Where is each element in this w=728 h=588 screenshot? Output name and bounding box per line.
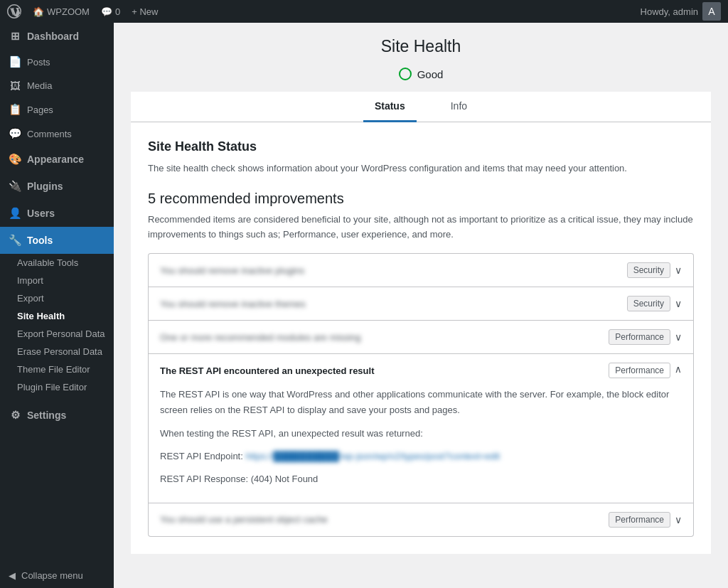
performance-badge-1: Performance (609, 329, 670, 345)
health-item-rest-api-badge: Performance ∨ (609, 363, 682, 378)
sidebar-sub-export[interactable]: Export (0, 289, 114, 307)
health-item-rest-api-header[interactable]: The REST API encountered an unexpected r… (160, 363, 682, 378)
sidebar-item-settings[interactable]: ⚙ Settings (0, 402, 114, 429)
security-badge-2: Security (627, 296, 670, 311)
chevron-down-icon-3[interactable]: ∨ (675, 331, 682, 343)
sidebar-item-media[interactable]: 🖼 Media (0, 74, 114, 97)
page-title: Site Health (131, 37, 711, 56)
sidebar-sub-theme-file-editor[interactable]: Theme File Editor (0, 360, 114, 378)
settings-icon: ⚙ (9, 409, 21, 422)
new-content-button[interactable]: + New (132, 6, 158, 17)
sidebar: ⊞ Dashboard 📄 Posts 🖼 Media 📋 Pages 💬 Co… (0, 23, 114, 588)
pages-icon: 📋 (9, 103, 21, 116)
health-item-inactive-themes-text: You should remove inactive themes (160, 299, 306, 309)
rest-api-endpoint: REST API Endpoint: https://██████████/wp… (160, 449, 682, 464)
health-item-object-cache-badge: Performance ∨ (609, 512, 682, 528)
sidebar-item-comments[interactable]: 💬 Comments (0, 122, 114, 146)
sidebar-item-posts[interactable]: 📄 Posts (0, 50, 114, 74)
top-bar: 🏠 WPZOOM 💬 0 + New Howdy, admin A (0, 0, 728, 23)
chevron-down-icon-5[interactable]: ∨ (675, 514, 682, 525)
rest-api-when-testing: When testing the REST API, an unexpected… (160, 426, 682, 442)
health-item-inactive-themes[interactable]: You should remove inactive themes Securi… (148, 287, 694, 320)
performance-badge-3: Performance (609, 512, 670, 528)
posts-icon: 📄 (9, 55, 21, 68)
site-name[interactable]: 🏠 WPZOOM (33, 6, 90, 17)
rest-api-endpoint-url[interactable]: https://██████████/wp-json/wp/v2/types/p… (245, 451, 500, 461)
health-item-rest-api-text: The REST API encountered an unexpected r… (160, 365, 374, 376)
chevron-down-icon-2[interactable]: ∨ (675, 298, 682, 309)
rest-api-intro: The REST API is one way that WordPress a… (160, 387, 682, 418)
sidebar-item-tools[interactable]: 🔧 Tools (0, 227, 114, 254)
health-item-missing-modules[interactable]: One or more recommended modules are miss… (148, 320, 694, 353)
comments-link[interactable]: 💬 0 (101, 6, 120, 17)
health-item-object-cache[interactable]: You should use a persistent object cache… (148, 503, 694, 537)
improvements-title: 5 recommended improvements (148, 191, 694, 207)
sidebar-item-users[interactable]: 👤 Users (0, 200, 114, 227)
health-item-missing-modules-text: One or more recommended modules are miss… (160, 332, 361, 343)
avatar[interactable]: A (702, 2, 721, 21)
sidebar-sub-site-health[interactable]: Site Health (0, 307, 114, 325)
wordpress-logo-icon[interactable] (7, 4, 21, 18)
sidebar-sub-available-tools[interactable]: Available Tools (0, 254, 114, 272)
content-area: Site Health Status The site health check… (131, 122, 711, 554)
sidebar-item-appearance[interactable]: 🎨 Appearance (0, 146, 114, 173)
dashboard-icon: ⊞ (9, 30, 21, 43)
collapse-icon: ◀ (9, 570, 16, 581)
health-item-inactive-plugins[interactable]: You should remove inactive plugins Secur… (148, 253, 694, 287)
chevron-up-icon[interactable]: ∨ (675, 365, 682, 376)
sidebar-sub-plugin-file-editor[interactable]: Plugin File Editor (0, 378, 114, 396)
improvements-desc: Recommended items are considered benefic… (148, 213, 694, 242)
comments-sidebar-icon: 💬 (9, 127, 21, 140)
section-desc: The site health check shows information … (148, 161, 694, 176)
tab-status[interactable]: Status (363, 92, 417, 122)
rest-api-expanded-content: The REST API is one way that WordPress a… (160, 378, 682, 493)
status-text: Good (417, 68, 444, 80)
health-item-inactive-plugins-text: You should remove inactive plugins (160, 265, 304, 276)
appearance-icon: 🎨 (9, 153, 21, 166)
sidebar-item-pages[interactable]: 📋 Pages (0, 97, 114, 122)
sidebar-sub-erase-personal-data[interactable]: Erase Personal Data (0, 343, 114, 360)
health-item-object-cache-text: You should use a persistent object cache (160, 514, 328, 525)
sidebar-sub-import[interactable]: Import (0, 272, 114, 289)
sidebar-item-dashboard[interactable]: ⊞ Dashboard (0, 23, 114, 50)
sidebar-item-plugins[interactable]: 🔌 Plugins (0, 173, 114, 200)
tab-bar: Status Info (131, 92, 711, 122)
health-item-missing-modules-badge: Performance ∨ (609, 329, 682, 345)
health-items-list: You should remove inactive plugins Secur… (148, 253, 694, 536)
collapse-menu-button[interactable]: ◀ Collapse menu (0, 563, 114, 588)
health-item-inactive-plugins-badge: Security ∨ (627, 262, 682, 278)
sidebar-sub-export-personal-data[interactable]: Export Personal Data (0, 325, 114, 343)
health-item-rest-api: The REST API encountered an unexpected r… (148, 353, 694, 503)
security-badge-1: Security (627, 262, 670, 278)
chevron-down-icon-1[interactable]: ∨ (675, 264, 682, 276)
status-badge: Good (131, 68, 711, 80)
health-item-inactive-themes-badge: Security ∨ (627, 296, 682, 311)
status-circle-icon (399, 68, 412, 80)
users-icon: 👤 (9, 207, 21, 220)
main-content: Site Health Good Status Info Site Health… (114, 23, 728, 588)
section-title: Site Health Status (148, 139, 694, 154)
tools-icon: 🔧 (9, 234, 21, 247)
user-info: Howdy, admin A (641, 2, 721, 21)
plugins-icon: 🔌 (9, 180, 21, 193)
comments-icon: 💬 (101, 6, 112, 17)
tab-info[interactable]: Info (439, 92, 478, 122)
performance-badge-2: Performance (609, 363, 670, 378)
home-icon: 🏠 (33, 6, 44, 17)
rest-api-response: REST API Response: (404) Not Found (160, 471, 682, 487)
media-icon: 🖼 (9, 80, 21, 92)
